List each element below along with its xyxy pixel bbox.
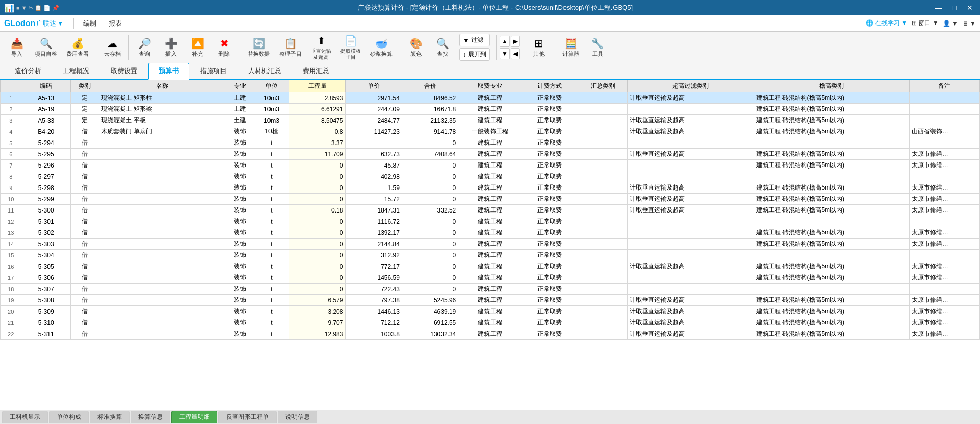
menu-item-edit[interactable]: 编制 bbox=[78, 17, 102, 30]
user-btn[interactable]: 👤 ▼ bbox=[943, 20, 958, 27]
table-cell: 借 bbox=[71, 239, 99, 250]
table-cell bbox=[578, 216, 627, 227]
table-row[interactable]: 105-299借装饰t015.720建筑工程正常取费计取垂直运输及超高建筑工程 … bbox=[1, 194, 980, 205]
toolbar-sep-1 bbox=[96, 35, 96, 60]
table-cell: 11 bbox=[1, 205, 21, 216]
close-button[interactable]: ✕ bbox=[964, 3, 976, 13]
table-cell: 0 bbox=[289, 171, 345, 182]
table-row[interactable]: 65-295借装饰t11.709632.737408.64建筑工程正常取费计取垂… bbox=[1, 149, 980, 160]
table-row[interactable]: 115-300借装饰t0.181847.31332.52建筑工程正常取费计取垂直… bbox=[1, 205, 980, 216]
table-row[interactable]: 75-296借装饰t045.870建筑工程正常取费建筑工程 砖混结构(檐高5m以… bbox=[1, 160, 980, 171]
bottom-tab-std-calc[interactable]: 标准换算 bbox=[90, 411, 130, 423]
table-cell: t bbox=[254, 272, 289, 284]
bottom-tab-desc[interactable]: 说明信息 bbox=[278, 411, 317, 423]
up-btn[interactable]: ▲ bbox=[500, 36, 510, 47]
table-cell: 正常取费 bbox=[522, 126, 578, 137]
table-cell: 建筑工程 bbox=[458, 149, 522, 160]
organize-btn[interactable]: 📋 整理子目 bbox=[275, 34, 306, 61]
bottom-tab-reverse-check[interactable]: 反查图形工程单 bbox=[218, 411, 277, 423]
bottom-tab-calc-info[interactable]: 换算信息 bbox=[131, 411, 170, 423]
expand-btn[interactable]: ↕ 展开到 bbox=[459, 48, 490, 61]
table-row[interactable]: 4B4-20借木质套装门 单扇门装饰10樘0.811427.239141.78一… bbox=[1, 126, 980, 137]
online-study-btn[interactable]: 🌐 在线学习 ▼ bbox=[866, 19, 908, 28]
insert-btn[interactable]: ➕ 插入 bbox=[158, 34, 184, 61]
table-row[interactable]: 185-307借装饰t0722.430建筑工程正常取费 bbox=[1, 284, 980, 295]
table-row[interactable]: 155-304借装饰t0312.920建筑工程正常取费 bbox=[1, 250, 980, 261]
table-row[interactable]: 195-308借装饰t6.579797.385245.96建筑工程正常取费计取垂… bbox=[1, 295, 980, 306]
logo-arrow[interactable]: ▼ bbox=[57, 20, 63, 27]
table-cell bbox=[754, 250, 910, 261]
nav-tab-measures[interactable]: 措施项目 bbox=[189, 63, 237, 79]
table-cell bbox=[627, 171, 754, 182]
table-row[interactable]: 205-309借装饰t3.2081446.134639.19建筑工程正常取费计取… bbox=[1, 306, 980, 317]
extract-template-btn[interactable]: 📄 提取模板子目 bbox=[336, 34, 365, 61]
cloud-archive-btn[interactable]: ☁ 云存档 bbox=[100, 34, 125, 61]
table-cell: 5-304 bbox=[21, 250, 71, 261]
table-row[interactable]: 215-310借装饰t9.707712.126912.55建筑工程正常取费计取垂… bbox=[1, 317, 980, 328]
supplement-btn[interactable]: 🔼 补充 bbox=[185, 34, 210, 61]
bottom-tab-qty-detail[interactable]: 工程量明细 bbox=[172, 411, 217, 423]
mortar-calc-icon: 🥣 bbox=[375, 37, 388, 50]
maximize-button[interactable]: □ bbox=[949, 3, 960, 13]
calculator-btn[interactable]: 🧮 计算器 bbox=[558, 34, 584, 61]
left2-btn[interactable]: ◀ bbox=[511, 48, 520, 59]
nav-tab-project-overview[interactable]: 工程概况 bbox=[52, 63, 100, 79]
nav-tab-labor-material[interactable]: 人材机汇总 bbox=[237, 63, 292, 79]
table-cell: 借 bbox=[71, 284, 99, 295]
table-cell: 15 bbox=[1, 250, 21, 261]
table-cell: 建筑工程 砖混结构(檐高5m以内) bbox=[754, 317, 910, 328]
color-btn[interactable]: 🎨 颜色 bbox=[403, 34, 429, 61]
nav-tab-fee-summary[interactable]: 费用汇总 bbox=[292, 63, 340, 79]
table-row[interactable]: 165-305借装饰t0772.170建筑工程正常取费计取垂直运输及超高建筑工程… bbox=[1, 261, 980, 272]
table-row[interactable]: 55-294借装饰t3.370建筑工程正常取费 bbox=[1, 137, 980, 149]
table-row[interactable]: 95-298借装饰t01.590建筑工程正常取费计取垂直运输及超高建筑工程 砖混… bbox=[1, 182, 980, 194]
table-cell: 计取垂直运输及超高 bbox=[627, 194, 754, 205]
table-row[interactable]: 225-311借装饰t12.9831003.813032.34建筑工程正常取费计… bbox=[1, 328, 980, 340]
table-row[interactable]: 85-297借装饰t0402.980建筑工程正常取费 bbox=[1, 171, 980, 182]
table-cell bbox=[578, 149, 627, 160]
bottom-tab-labor[interactable]: 工料机显示 bbox=[2, 411, 48, 423]
vertical-transport-btn[interactable]: ⬆ 垂直运输及超高 bbox=[307, 34, 335, 61]
project-check-btn[interactable]: 🔍 项目自检 bbox=[31, 34, 61, 61]
query-btn[interactable]: 🔎 查询 bbox=[132, 34, 157, 61]
nav-tab-fee-settings[interactable]: 取费设置 bbox=[100, 63, 148, 79]
table-row[interactable]: 1A5-13定现浇混凝土 矩形柱土建10m32.85932971.548496.… bbox=[1, 92, 980, 104]
table-cell: 0 bbox=[402, 284, 458, 295]
main-table-container[interactable]: 编码 类别 名称 专业 单位 工程量 单价 合价 取费专业 计费方式 汇总类别 … bbox=[0, 80, 980, 410]
menu-item-report[interactable]: 报表 bbox=[104, 17, 127, 30]
table-row[interactable]: 135-302借装饰t01392.170建筑工程正常取费建筑工程 砖混结构(檐高… bbox=[1, 227, 980, 239]
delete-btn[interactable]: ✖ 删除 bbox=[211, 34, 237, 61]
table-cell bbox=[578, 261, 627, 272]
table-row[interactable]: 125-301借装饰t01116.720建筑工程正常取费 bbox=[1, 216, 980, 227]
table-cell: t bbox=[254, 205, 289, 216]
nav-tab-budget[interactable]: 预算书 bbox=[148, 63, 189, 80]
mortar-calc-btn[interactable]: 🥣 砂浆换算 bbox=[366, 34, 397, 61]
col-header-summary: 汇总类别 bbox=[578, 80, 627, 92]
fee-view-btn[interactable]: 💰 费用查看 bbox=[62, 34, 93, 61]
other-btn[interactable]: ⊞ 其他 bbox=[526, 34, 552, 61]
minimize-button[interactable]: — bbox=[932, 3, 945, 13]
table-row[interactable]: 145-303借装饰t02144.840建筑工程正常取费建筑工程 砖混结构(檐高… bbox=[1, 239, 980, 250]
right2-btn[interactable]: ▶ bbox=[511, 36, 520, 47]
down-btn[interactable]: ▼ bbox=[500, 48, 510, 59]
replace-data-btn[interactable]: 🔄 替换数据 bbox=[243, 34, 274, 61]
table-cell: 5-298 bbox=[21, 182, 71, 194]
tools-btn[interactable]: 🔧 工具 bbox=[585, 34, 610, 61]
table-row[interactable]: 2A5-19定现浇混凝土 矩形梁土建10m36.612912447.091667… bbox=[1, 104, 980, 115]
table-cell bbox=[627, 239, 754, 250]
fee-view-label: 费用查看 bbox=[66, 51, 89, 57]
window-btn[interactable]: ⊞ 窗口 ▼ bbox=[912, 19, 939, 28]
table-row[interactable]: 175-306借装饰t01456.590建筑工程正常取费建筑工程 砖混结构(檐高… bbox=[1, 272, 980, 284]
table-cell: 19 bbox=[1, 295, 21, 306]
filter-btn[interactable]: ▼ 过滤 bbox=[459, 34, 490, 46]
bottom-tab-unit-comp[interactable]: 单位构成 bbox=[49, 411, 89, 423]
logo-chinese: 广联达 bbox=[36, 19, 56, 28]
table-row[interactable]: 3A5-33定现浇混凝土 平板土建10m38.504752484.7721132… bbox=[1, 115, 980, 126]
table-cell: 10 bbox=[1, 194, 21, 205]
import-label: 导入 bbox=[11, 51, 22, 57]
nav-tab-cost-analysis[interactable]: 造价分析 bbox=[4, 63, 52, 79]
settings-btn[interactable]: 🖥 ▼ bbox=[962, 20, 976, 27]
import-btn[interactable]: 📥 导入 bbox=[4, 34, 30, 61]
supplement-icon: 🔼 bbox=[191, 37, 204, 50]
find-btn[interactable]: 🔍 查找 bbox=[430, 34, 455, 61]
